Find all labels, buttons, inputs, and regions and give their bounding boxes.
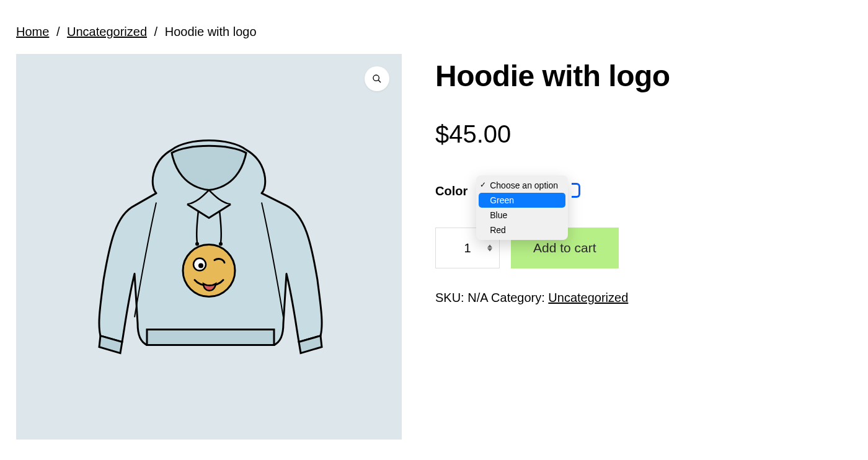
breadcrumb-separator: / [56, 25, 60, 38]
quantity-up-icon[interactable] [487, 245, 492, 248]
quantity-down-icon[interactable] [487, 249, 492, 252]
product-meta: SKU: N/A Category: Uncategorized [435, 291, 852, 305]
quantity-value: 1 [448, 241, 486, 255]
color-option-placeholder[interactable]: Choose an option [476, 178, 568, 193]
svg-line-1 [378, 80, 381, 82]
svg-point-3 [219, 242, 223, 246]
color-option-green[interactable]: Green [479, 193, 565, 208]
product-price: $45.00 [435, 120, 852, 148]
sku-value: N/A [467, 291, 487, 304]
sku-label: SKU: [435, 291, 464, 304]
product-title: Hoodie with logo [435, 59, 852, 93]
product-info: Hoodie with logo $45.00 Color Choose an … [435, 54, 852, 440]
svg-point-0 [373, 75, 379, 81]
breadcrumb-category-link[interactable]: Uncategorized [67, 25, 147, 38]
category-link[interactable]: Uncategorized [548, 291, 628, 304]
category-label: Category: [491, 291, 545, 304]
svg-point-6 [198, 263, 203, 268]
quantity-stepper [485, 245, 494, 252]
color-label: Color [435, 184, 467, 198]
product-image[interactable] [16, 54, 402, 440]
breadcrumb: Home / Uncategorized / Hoodie with logo [16, 25, 852, 39]
search-icon [372, 74, 382, 84]
color-select[interactable]: Choose an option Green Blue Red [476, 182, 575, 200]
breadcrumb-separator: / [154, 25, 158, 38]
color-dropdown-popover: Choose an option Green Blue Red [476, 175, 568, 240]
color-option-red[interactable]: Red [476, 223, 568, 237]
variation-row: Color Choose an option Green Blue Red [435, 182, 852, 200]
color-option-blue[interactable]: Blue [476, 208, 568, 223]
hoodie-illustration [63, 119, 355, 386]
breadcrumb-current: Hoodie with logo [165, 25, 257, 38]
select-focus-ring [572, 183, 580, 198]
svg-point-2 [195, 242, 199, 246]
product-container: Hoodie with logo $45.00 Color Choose an … [16, 54, 852, 440]
zoom-button[interactable] [365, 66, 389, 91]
breadcrumb-home-link[interactable]: Home [16, 25, 49, 38]
